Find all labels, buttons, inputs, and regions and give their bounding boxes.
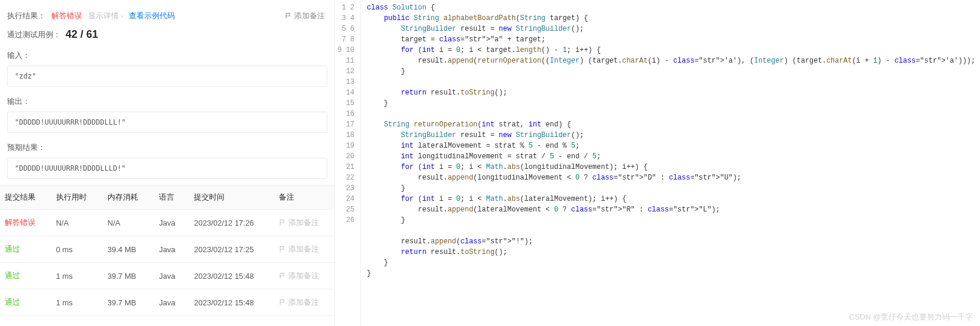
col-runtime: 执行用时 bbox=[49, 185, 100, 210]
row-add-note[interactable]: 添加备注 bbox=[279, 217, 327, 228]
row-memory: 39.7 MB bbox=[100, 263, 152, 289]
row-runtime: 0 ms bbox=[49, 236, 100, 263]
row-lang: Java bbox=[152, 263, 187, 289]
flag-icon bbox=[279, 299, 286, 306]
row-time: 2023/02/12 15:48 bbox=[187, 263, 272, 289]
input-label: 输入： bbox=[0, 47, 334, 63]
table-header-row: 提交结果 执行用时 内存消耗 语言 提交时间 备注 bbox=[0, 185, 334, 210]
row-result: 通过 bbox=[5, 244, 20, 253]
input-value: "zdz" bbox=[7, 66, 327, 87]
row-memory: N/A bbox=[100, 210, 152, 236]
row-lang: Java bbox=[152, 210, 187, 236]
row-result: 通过 bbox=[5, 271, 20, 280]
watermark: CSDN @竞仔今天也要努力码一千字 bbox=[849, 312, 973, 322]
output-value: "DDDDD!UUUUURRR!DDDDDLLL!" bbox=[7, 112, 327, 133]
row-time: 2023/02/12 15:48 bbox=[187, 289, 272, 316]
row-runtime: 1 ms bbox=[49, 263, 100, 289]
line-gutter: 1 2 3 4 5 6 7 8 9 10 11 12 13 14 15 16 1… bbox=[335, 0, 361, 326]
output-label: 输出： bbox=[0, 93, 334, 109]
row-runtime: N/A bbox=[49, 210, 100, 236]
pass-label: 通过测试用例： bbox=[7, 30, 61, 40]
table-row[interactable]: 通过1 ms39.7 MBJava2023/02/12 15:48添加备注 bbox=[0, 289, 334, 316]
row-memory: 39.7 MB bbox=[100, 289, 152, 316]
submissions-table: 提交结果 执行用时 内存消耗 语言 提交时间 备注 解答错误N/AN/AJava… bbox=[0, 185, 334, 316]
show-detail-link[interactable]: 显示详情 › bbox=[88, 11, 123, 21]
row-result: 解答错误 bbox=[5, 218, 35, 227]
code-content: class Solution { public String alphabetB… bbox=[361, 0, 980, 326]
row-add-note[interactable]: 添加备注 bbox=[279, 297, 327, 308]
row-add-note[interactable]: 添加备注 bbox=[279, 244, 327, 255]
row-result: 通过 bbox=[5, 298, 20, 307]
expected-value: "DDDDD!UUUUURRR!DDDDLLLD!" bbox=[7, 158, 327, 179]
flag-icon bbox=[279, 272, 286, 279]
row-lang: Java bbox=[152, 236, 187, 263]
row-time: 2023/02/12 17:26 bbox=[187, 210, 272, 236]
flag-icon bbox=[279, 246, 286, 253]
col-time: 提交时间 bbox=[187, 185, 272, 210]
table-row[interactable]: 解答错误N/AN/AJava2023/02/12 17:26添加备注 bbox=[0, 210, 334, 236]
col-lang: 语言 bbox=[152, 185, 187, 210]
flag-icon bbox=[285, 12, 292, 19]
results-panel: 执行结果： 解答错误 显示详情 › 查看示例代码 添加备注 通过测试用例： 42… bbox=[0, 0, 334, 326]
col-memory: 内存消耗 bbox=[100, 185, 152, 210]
row-lang: Java bbox=[152, 289, 187, 316]
row-memory: 39.4 MB bbox=[100, 236, 152, 263]
exec-status: 解答错误 bbox=[51, 11, 82, 21]
table-row[interactable]: 通过1 ms39.7 MBJava2023/02/12 15:48添加备注 bbox=[0, 263, 334, 289]
code-panel: 1 2 3 4 5 6 7 8 9 10 11 12 13 14 15 16 1… bbox=[334, 0, 980, 326]
code-editor[interactable]: 1 2 3 4 5 6 7 8 9 10 11 12 13 14 15 16 1… bbox=[335, 0, 980, 326]
row-add-note[interactable]: 添加备注 bbox=[279, 270, 327, 281]
flag-icon bbox=[279, 219, 286, 226]
exec-result-label: 执行结果： bbox=[7, 11, 45, 21]
expected-label: 预期结果： bbox=[0, 139, 334, 155]
result-header: 执行结果： 解答错误 显示详情 › 查看示例代码 添加备注 bbox=[0, 5, 334, 26]
col-note: 备注 bbox=[272, 185, 334, 210]
view-sample-link[interactable]: 查看示例代码 bbox=[129, 11, 175, 21]
row-time: 2023/02/12 17:25 bbox=[187, 236, 272, 263]
add-note-button[interactable]: 添加备注 bbox=[285, 11, 325, 21]
table-row[interactable]: 通过0 ms39.4 MBJava2023/02/12 17:25添加备注 bbox=[0, 236, 334, 263]
pass-count: 42 / 61 bbox=[66, 28, 98, 41]
col-result: 提交结果 bbox=[0, 185, 49, 210]
pass-count-row: 通过测试用例： 42 / 61 bbox=[0, 26, 334, 47]
row-runtime: 1 ms bbox=[49, 289, 100, 316]
chevron-right-icon: › bbox=[121, 13, 123, 19]
